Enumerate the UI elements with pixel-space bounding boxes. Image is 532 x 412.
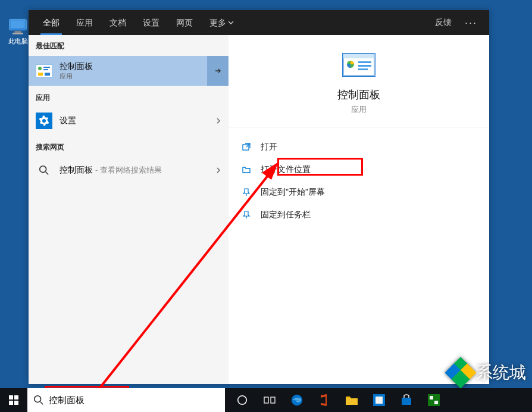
svg-point-5 [38, 67, 42, 70]
taskbar-app-2[interactable] [420, 388, 447, 412]
results-preview-column: 控制面板 应用 打开 打开文件位置 固定到"开始"屏幕 固定到 [229, 35, 489, 384]
tab-web[interactable]: 网页 [168, 10, 201, 35]
start-button[interactable] [0, 388, 27, 412]
taskbar-explorer[interactable] [338, 388, 365, 412]
watermark: 系统城 [446, 360, 526, 386]
svg-rect-23 [9, 401, 13, 405]
action-open-location[interactable]: 打开文件位置 [229, 158, 489, 181]
action-pin-start[interactable]: 固定到"开始"屏幕 [229, 181, 489, 204]
svg-rect-6 [43, 67, 50, 68]
feedback-button[interactable]: 反馈 [428, 17, 459, 28]
svg-rect-3 [12, 33, 23, 35]
results-left-column: 最佳匹配 控制面板 应用 应用 设置 [29, 35, 229, 384]
tab-more-label: 更多 [209, 10, 226, 35]
app-icon [428, 394, 440, 406]
pc-icon [7, 18, 29, 36]
result-settings[interactable]: 设置 [29, 107, 229, 135]
preview-control-panel-icon [342, 53, 375, 77]
settings-label: 设置 [60, 116, 215, 126]
svg-rect-21 [9, 395, 13, 399]
preview-title: 控制面板 [229, 88, 489, 102]
svg-rect-8 [38, 73, 43, 76]
tab-documents[interactable]: 文档 [101, 10, 134, 35]
svg-line-26 [40, 402, 43, 405]
tab-all[interactable]: 全部 [35, 10, 68, 35]
search-tabs-bar: 全部 应用 文档 设置 网页 更多 反馈 ··· [29, 10, 489, 35]
windows-icon [9, 395, 18, 405]
svg-rect-24 [14, 401, 18, 405]
web-suffix: - 查看网络搜索结果 [95, 165, 162, 176]
result-web-search[interactable]: 控制面板 - 查看网络搜索结果 [29, 156, 229, 185]
cortana-button[interactable] [229, 388, 256, 412]
watermark-text: 系统城 [476, 361, 526, 384]
tab-settings[interactable]: 设置 [134, 10, 168, 35]
search-icon [36, 165, 52, 176]
chevron-down-icon [228, 20, 234, 26]
svg-rect-22 [14, 395, 18, 399]
taskbar-search-input[interactable] [49, 395, 219, 405]
section-apps: 应用 [29, 86, 229, 107]
svg-rect-1 [10, 20, 25, 29]
section-web: 搜索网页 [29, 135, 229, 156]
taskbar-app-1[interactable] [365, 388, 393, 412]
taskbar-store[interactable] [393, 388, 420, 412]
preview-actions: 打开 打开文件位置 固定到"开始"屏幕 固定到任务栏 [229, 127, 489, 235]
svg-point-10 [40, 166, 46, 173]
action-open-location-label: 打开文件位置 [261, 164, 311, 175]
svg-rect-33 [375, 397, 383, 404]
result-title: 控制面板 [60, 61, 221, 72]
tab-more[interactable]: 更多 [201, 10, 242, 35]
svg-line-11 [46, 172, 49, 175]
cortana-icon [237, 395, 248, 405]
action-open-label: 打开 [261, 142, 277, 152]
svg-rect-7 [43, 69, 48, 70]
chevron-right-icon [215, 166, 221, 174]
office-icon [318, 394, 330, 407]
app-icon [373, 394, 385, 406]
arrow-right-icon [214, 67, 222, 75]
taskbar-office[interactable] [311, 388, 338, 412]
taskbar-edge[interactable] [283, 388, 311, 412]
svg-rect-36 [430, 396, 433, 399]
preview-subtitle: 应用 [229, 104, 489, 115]
desktop-icon-label: 此电脑 [6, 37, 30, 46]
result-control-panel[interactable]: 控制面板 应用 [29, 56, 229, 86]
result-expand-button[interactable] [207, 56, 229, 86]
result-subtitle: 应用 [60, 72, 221, 81]
more-options-button[interactable]: ··· [459, 17, 483, 29]
settings-icon [36, 113, 52, 129]
section-best-match: 最佳匹配 [29, 35, 229, 56]
task-view-icon [264, 395, 276, 405]
task-view-button[interactable] [256, 388, 283, 412]
taskbar-search-box[interactable] [27, 388, 225, 412]
svg-rect-13 [343, 54, 374, 58]
svg-rect-2 [15, 31, 21, 33]
folder-icon [345, 395, 358, 405]
pin-icon [240, 210, 252, 220]
svg-point-27 [238, 396, 246, 404]
action-pin-taskbar[interactable]: 固定到任务栏 [229, 204, 489, 226]
action-pin-taskbar-label: 固定到任务栏 [261, 210, 311, 220]
control-panel-icon [36, 63, 52, 79]
chevron-right-icon [215, 117, 221, 125]
svg-rect-34 [402, 398, 411, 405]
store-icon [400, 394, 412, 406]
web-term: 控制面板 [60, 165, 93, 176]
search-results-panel: 全部 应用 文档 设置 网页 更多 反馈 ··· 最佳匹配 控制面板 应用 [29, 10, 489, 384]
search-icon [33, 395, 44, 405]
pin-icon [240, 188, 252, 197]
svg-rect-15 [358, 61, 371, 63]
action-pin-start-label: 固定到"开始"屏幕 [261, 187, 325, 198]
svg-rect-17 [358, 68, 368, 70]
open-icon [240, 142, 252, 152]
folder-icon [240, 165, 252, 174]
svg-rect-29 [271, 397, 275, 403]
action-open[interactable]: 打开 [229, 136, 489, 158]
svg-rect-31 [346, 398, 358, 405]
svg-rect-37 [434, 401, 438, 404]
svg-rect-9 [45, 73, 50, 76]
tab-apps[interactable]: 应用 [68, 10, 101, 35]
desktop-icon-this-pc[interactable]: 此电脑 [6, 18, 30, 46]
svg-rect-16 [358, 65, 371, 67]
svg-rect-28 [264, 397, 268, 403]
